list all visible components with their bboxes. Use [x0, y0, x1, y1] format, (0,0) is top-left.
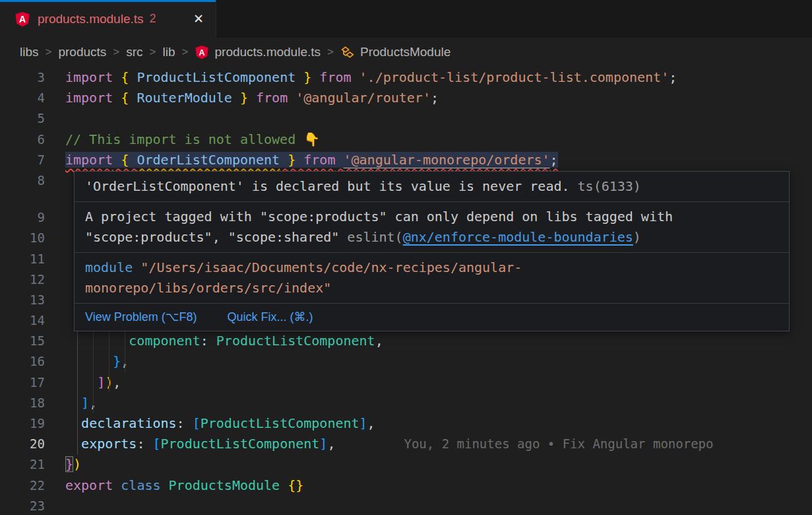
line-number-5[interactable]: 5: [0, 108, 45, 129]
code-token: :: [137, 436, 152, 452]
code-token: [: [152, 436, 160, 452]
hover-text: eslint(: [347, 229, 402, 245]
line-number-9[interactable]: 9: [0, 207, 45, 228]
code-line-21: 21}): [0, 454, 812, 475]
code-token: [65, 374, 97, 390]
line-number-22[interactable]: 22: [0, 475, 45, 496]
code-token: ]: [319, 436, 327, 452]
tab-title: products.module.ts: [38, 12, 144, 26]
line-number-14[interactable]: 14: [0, 310, 45, 331]
indent-guide: [109, 331, 109, 393]
hover-line: "scope:products", "scope:shared" eslint(…: [85, 227, 778, 248]
line-number-18[interactable]: 18: [0, 393, 45, 413]
breadcrumb-label: products.module.ts: [214, 45, 321, 59]
code-line-4: 4import { RouterModule } from '@angular/…: [0, 88, 812, 108]
code-content-4: import { RouterModule } from '@angular/r…: [45, 88, 439, 108]
line-number-8[interactable]: 8: [0, 170, 45, 191]
code-content-11: [45, 249, 65, 269]
breadcrumb-label: products: [58, 45, 106, 59]
code-token: [129, 69, 137, 85]
hover-text: 'OrderListComponent' is declared but its…: [85, 178, 578, 194]
code-content-19: declarations: [ProductListComponent],: [45, 413, 375, 434]
line-number-15[interactable]: 15: [0, 331, 45, 351]
breadcrumb-item-src[interactable]: src: [126, 45, 142, 59]
breadcrumb-label: libs: [20, 45, 39, 59]
quick-fix-action[interactable]: Quick Fix... (⌘.): [227, 307, 313, 327]
error-squiggle-highlight: import { OrderListComponent } from '@ang…: [65, 152, 558, 168]
code-token: import: [65, 152, 113, 168]
code-content-14: [45, 310, 65, 331]
line-number-17[interactable]: 17: [0, 372, 45, 393]
breadcrumb-separator: >: [113, 46, 119, 59]
line-number-20[interactable]: 20: [0, 434, 45, 454]
code-content-7: import { OrderListComponent } from '@ang…: [45, 150, 558, 170]
tab-error-count: 2: [150, 12, 156, 26]
code-content-8: [45, 170, 65, 191]
code-line-16: 16 },: [0, 351, 812, 372]
breadcrumb-item-lib[interactable]: lib: [163, 45, 175, 59]
code-token: ,: [375, 333, 383, 349]
eslint-rule-link[interactable]: @nx/enforce-module-boundaries: [403, 229, 633, 245]
breadcrumb-label: src: [126, 45, 142, 59]
line-number-19[interactable]: 19: [0, 413, 45, 434]
breadcrumb: libs>products>src>lib>Aproducts.module.t…: [0, 38, 812, 66]
breadcrumb-item-libs[interactable]: libs: [20, 45, 39, 59]
code-token: exports: [81, 436, 137, 452]
code-token: ,: [327, 436, 335, 452]
active-tab-indicator: [0, 0, 216, 2]
line-number-12[interactable]: 12: [0, 269, 45, 290]
code-token: [335, 152, 343, 168]
code-token: }: [65, 456, 73, 472]
line-number-23[interactable]: 23: [0, 496, 45, 515]
code-content-3: import { ProductListComponent } from './…: [45, 67, 677, 88]
code-content-22: export class ProductsModule {}: [45, 475, 303, 496]
code-line-6: 6// This import is not allowed 👇: [0, 129, 812, 150]
close-tab-button[interactable]: ✕: [189, 10, 208, 28]
breadcrumb-separator: >: [182, 46, 189, 59]
indent-guide: [125, 331, 125, 372]
tab-products-module[interactable]: A products.module.ts 2 ✕: [0, 0, 216, 38]
line-number-7[interactable]: 7: [0, 150, 45, 170]
code-token: }: [303, 69, 311, 85]
line-number-13[interactable]: 13: [0, 290, 45, 310]
hover-line: module "/Users/isaac/Documents/code/nx-r…: [85, 258, 778, 278]
line-number-3[interactable]: 3: [0, 67, 45, 88]
line-number-16[interactable]: 16: [0, 351, 45, 372]
hover-line: 'OrderListComponent' is declared but its…: [85, 176, 778, 197]
hover-popup: 'OrderListComponent' is declared but its…: [74, 171, 790, 331]
breadcrumb-item-products-module-ts[interactable]: Aproducts.module.ts: [195, 45, 321, 59]
line-number-6[interactable]: 6: [0, 129, 45, 150]
breadcrumb-item-productsmodule[interactable]: ProductsModule: [340, 45, 451, 59]
code-token: [352, 69, 359, 85]
line-number-10[interactable]: 10: [0, 228, 45, 248]
code-token: ProductListComponent: [161, 436, 320, 452]
line-number-11[interactable]: 11: [0, 249, 45, 269]
indent-guide: [77, 331, 78, 455]
code-token: export: [65, 477, 113, 493]
code-token: class: [121, 477, 160, 493]
code-token: ProductListComponent: [216, 333, 375, 349]
code-token: [129, 152, 137, 168]
module-specifier-link[interactable]: '@angular-monorepo/orders': [344, 152, 550, 168]
code-token: [129, 90, 137, 106]
code-line-15: 15 component: ProductListComponent,: [0, 331, 812, 351]
code-content-15: component: ProductListComponent,: [45, 331, 383, 351]
hover-text: ): [633, 229, 641, 245]
code-token: ]: [81, 395, 89, 411]
breadcrumb-item-products[interactable]: products: [58, 45, 106, 59]
line-number-21[interactable]: 21: [0, 454, 45, 475]
code-token: from: [319, 69, 351, 85]
code-token: // This import is not allowed: [65, 131, 303, 147]
code-token: [208, 333, 216, 349]
git-blame-annotation: You, 2 minutes ago • Fix Angular monorep…: [404, 436, 713, 451]
hover-text: module: [85, 259, 133, 275]
hover-text: ts(6133): [578, 178, 641, 194]
code-token: {: [121, 152, 129, 168]
code-content-13: [45, 290, 65, 310]
code-line-7: 7import { OrderListComponent } from '@an…: [0, 150, 812, 170]
hover-actions: View Problem (⌥F8)Quick Fix... (⌘.): [75, 304, 789, 331]
code-content-12: [45, 269, 65, 290]
line-number-4[interactable]: 4: [0, 88, 45, 108]
view-problem-action[interactable]: View Problem (⌥F8): [85, 307, 197, 327]
code-token: [288, 90, 296, 106]
